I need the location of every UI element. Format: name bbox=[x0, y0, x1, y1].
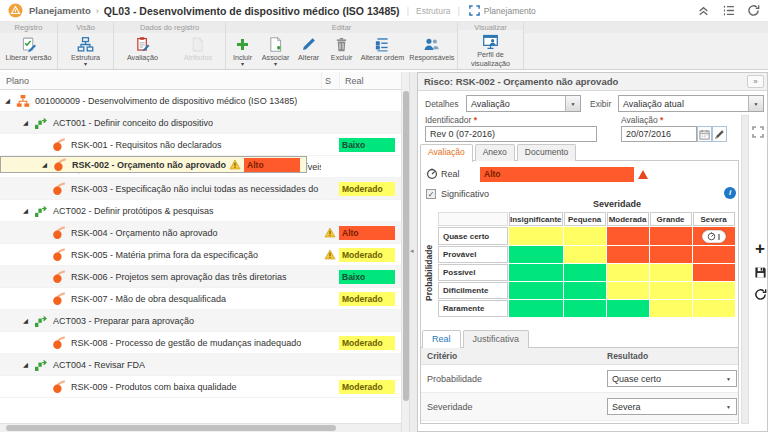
horizontal-scrollbar[interactable] bbox=[0, 423, 401, 432]
matrix-cell[interactable] bbox=[607, 227, 649, 245]
matrix-cell[interactable] bbox=[509, 300, 563, 317]
matrix-cell[interactable] bbox=[509, 282, 563, 299]
subtab-justificativa[interactable]: Justificativa bbox=[463, 330, 530, 348]
matrix-cell[interactable] bbox=[509, 264, 563, 281]
matrix-cell[interactable] bbox=[693, 282, 735, 299]
clear-date-button[interactable] bbox=[712, 126, 727, 142]
ribbon-toolbar: Registro Liberar versão Visão Estrutura▾… bbox=[0, 22, 768, 70]
tree-row-rsk002-selected[interactable]: ◢RSK-002 - Orçamento não aprovado Alto bbox=[0, 156, 307, 173]
subtab-real[interactable]: Real bbox=[422, 330, 461, 348]
alterar-ordem-button[interactable]: Alterar ordem bbox=[360, 35, 406, 63]
matrix-cell[interactable] bbox=[650, 264, 692, 281]
tree-row-act002[interactable]: ◢ACT002 - Definir protótipos & pesquisas bbox=[0, 200, 401, 222]
calendar-button[interactable] bbox=[697, 126, 712, 142]
matrix-cell[interactable] bbox=[693, 264, 735, 281]
matrix-cell[interactable] bbox=[650, 246, 692, 263]
tree-row-rsk003[interactable]: RSK-003 - Especificação não inclui todas… bbox=[0, 178, 401, 200]
incluir-button[interactable]: Incluir▾ bbox=[228, 35, 258, 68]
tab-anexo[interactable]: Anexo bbox=[475, 144, 515, 161]
tree-row-rsk008[interactable]: RSK-008 - Processo de gestão de mudanças… bbox=[0, 332, 401, 354]
matrix-cell[interactable] bbox=[607, 300, 649, 317]
identificador-input[interactable] bbox=[425, 126, 597, 142]
tree-row-project[interactable]: ◢001000009 - Desenvolvimento de disposit… bbox=[0, 90, 401, 112]
estrutura-button[interactable]: Estrutura▾ bbox=[70, 35, 101, 68]
refresh-icon[interactable] bbox=[747, 4, 760, 17]
tab-documento[interactable]: Documento bbox=[517, 144, 576, 161]
ribbon-group-dados-registro: Dados do registro Avaliação Atributos bbox=[114, 22, 226, 69]
expander-icon[interactable]: ◢ bbox=[23, 361, 34, 369]
responsaveis-button[interactable]: Responsáveis bbox=[408, 35, 455, 63]
matrix-marker[interactable] bbox=[702, 230, 726, 243]
risk-matrix: InsignificantePequenaModeradaGrandeSever… bbox=[437, 211, 736, 318]
avaliacao-date-input[interactable] bbox=[621, 126, 697, 142]
matrix-cell[interactable] bbox=[650, 227, 692, 245]
matrix-cell[interactable] bbox=[693, 227, 735, 245]
matrix-cell[interactable] bbox=[564, 282, 606, 299]
people-icon bbox=[423, 36, 440, 53]
perfil-visualizacao-button[interactable]: Perfil de visualização bbox=[464, 32, 518, 69]
associar-button[interactable]: Associar▾ bbox=[261, 35, 291, 68]
tree-row-rsk005[interactable]: RSK-005 - Matéria prima fora da especifi… bbox=[0, 244, 401, 266]
panel-splitter[interactable]: ◂ bbox=[409, 72, 417, 432]
expander-icon[interactable]: ◢ bbox=[23, 119, 34, 127]
scrollbar-thumb[interactable] bbox=[6, 425, 336, 431]
tree-row-rsk001[interactable]: RSK-001 - Requisitos não declarados Baix… bbox=[0, 134, 401, 156]
severidade-select[interactable]: Severa ▼ bbox=[607, 398, 737, 415]
excluir-button[interactable]: Excluir bbox=[327, 35, 357, 63]
matrix-cell[interactable] bbox=[693, 300, 735, 317]
matrix-cell[interactable] bbox=[650, 282, 692, 299]
tab-avaliacao[interactable]: Avaliação bbox=[420, 144, 473, 162]
matrix-cell[interactable] bbox=[607, 264, 649, 281]
detalhes-label: Detalhes bbox=[425, 99, 459, 109]
risk-level-badge: Baixo bbox=[339, 138, 395, 152]
matrix-cell[interactable] bbox=[564, 227, 606, 245]
tree-row-rsk007[interactable]: RSK-007 - Mão de obra desqualificada Mod… bbox=[0, 288, 401, 310]
matrix-cell[interactable] bbox=[564, 300, 606, 317]
detalhes-select[interactable]: Avaliação ▼ bbox=[466, 95, 581, 112]
matrix-cell[interactable] bbox=[607, 282, 649, 299]
expander-icon[interactable]: ◢ bbox=[42, 161, 53, 169]
matrix-cell[interactable] bbox=[564, 246, 606, 263]
liberar-versao-button[interactable]: Liberar versão bbox=[5, 35, 53, 63]
tree-row-rsk006[interactable]: RSK-006 - Projetos sem aprovação das trê… bbox=[0, 266, 401, 288]
matrix-cell[interactable] bbox=[693, 246, 735, 263]
splitter-arrow-icon[interactable]: ◂ bbox=[410, 247, 414, 255]
info-icon[interactable]: i bbox=[724, 187, 736, 199]
matrix-col-header: Severa bbox=[693, 212, 735, 226]
tree-row-rsk004[interactable]: RSK-004 - Orçamento não aprovado Alto bbox=[0, 222, 401, 244]
alterar-button[interactable]: Alterar bbox=[294, 35, 324, 63]
collapse-panel-icon[interactable]: » bbox=[747, 75, 764, 88]
expander-icon[interactable]: ◢ bbox=[23, 317, 34, 325]
context-link-planejamento[interactable]: Planejamento bbox=[484, 6, 536, 16]
context-link-estrutura[interactable]: Estrutura bbox=[416, 6, 451, 16]
tree-row-act003[interactable]: ◢ACT003 - Preparar para aprovação bbox=[0, 310, 401, 332]
exibir-select[interactable]: Avaliação atual ▼ bbox=[618, 95, 764, 112]
matrix-col-header: Moderada bbox=[607, 212, 649, 226]
avaliacao-button[interactable]: Avaliação bbox=[126, 35, 159, 63]
breadcrumb-module[interactable]: Planejamento bbox=[29, 5, 91, 16]
collapse-ribbon-icon[interactable] bbox=[697, 4, 710, 17]
criteria-row-severidade: Severidade Severa ▼ bbox=[421, 393, 738, 421]
expander-icon[interactable]: ◢ bbox=[23, 207, 34, 215]
tree-row-act001[interactable]: ◢ACT001 - Definir conceito do dispositiv… bbox=[0, 112, 401, 134]
list-view-icon[interactable] bbox=[722, 4, 735, 17]
matrix-cell[interactable] bbox=[650, 300, 692, 317]
maximize-icon[interactable] bbox=[752, 126, 764, 138]
significativo-checkbox[interactable]: ✓ bbox=[426, 189, 436, 199]
detail-scrollbar[interactable] bbox=[741, 115, 749, 424]
detail-tabs: Avaliação Anexo Documento bbox=[420, 144, 578, 162]
risk-level-badge: Moderado bbox=[339, 182, 395, 196]
save-icon[interactable] bbox=[754, 266, 767, 279]
expander-icon[interactable]: ◢ bbox=[5, 97, 16, 105]
reload-icon[interactable] bbox=[754, 288, 767, 301]
matrix-cell[interactable] bbox=[509, 227, 563, 245]
tree-row-rsk009[interactable]: RSK-009 - Produtos com baixa qualidade M… bbox=[0, 376, 401, 398]
matrix-cell[interactable] bbox=[607, 246, 649, 263]
real-label: Real bbox=[441, 169, 460, 179]
add-evaluation-button[interactable]: + bbox=[755, 241, 765, 257]
vertical-scrollbar[interactable] bbox=[401, 72, 409, 432]
matrix-cell[interactable] bbox=[509, 246, 563, 263]
probabilidade-select[interactable]: Quase certo ▼ bbox=[607, 370, 737, 387]
matrix-cell[interactable] bbox=[564, 264, 606, 281]
tree-row-act004[interactable]: ◢ACT004 - Revisar FDA bbox=[0, 354, 401, 376]
